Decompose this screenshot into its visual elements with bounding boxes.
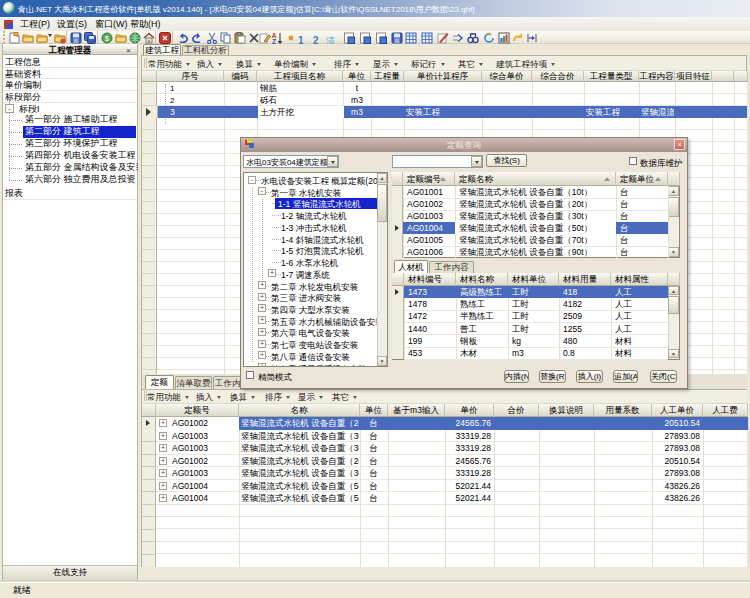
svg-text:$: $ (105, 34, 110, 43)
